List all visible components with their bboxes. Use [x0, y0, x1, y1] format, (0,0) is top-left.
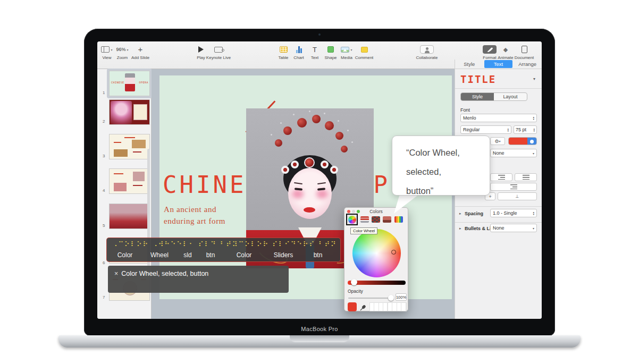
subtitle-line-2: enduring art form: [164, 216, 225, 227]
comment-label: Comment: [354, 55, 375, 60]
thumb-title-left: CHINESE: [111, 81, 124, 84]
chevron-down-icon: ▾: [127, 48, 129, 52]
close-icon[interactable]: ×: [114, 270, 118, 277]
view-icon: [101, 46, 110, 53]
tab-text[interactable]: Text: [484, 60, 513, 68]
tab-arrange[interactable]: Arrange: [513, 60, 542, 69]
paragraph-style-name[interactable]: TITLE: [460, 73, 496, 85]
slide-thumbnail-4[interactable]: [109, 168, 150, 194]
braille-word-label: Sliders: [274, 251, 293, 259]
bullets-select[interactable]: None ▾: [490, 224, 537, 232]
gear-icon: ⚙: [494, 139, 499, 144]
headdress-gem: [304, 157, 315, 168]
disclosure-triangle-icon[interactable]: ▸: [459, 211, 461, 216]
thumb-title-right: OPERA: [139, 81, 148, 84]
format-tabs-bar: Style Text Arrange: [455, 60, 542, 69]
text-color-well[interactable]: [508, 137, 537, 145]
collaborate-button[interactable]: Collaborate: [413, 44, 441, 60]
spacing-label: Spacing: [465, 211, 483, 216]
view-label: View: [99, 55, 114, 60]
slide-number: 6: [103, 260, 105, 265]
opacity-slider[interactable]: [348, 298, 394, 299]
font-size-stepper[interactable]: 75 pt ▴▾: [514, 125, 537, 134]
opacity-slider-knob[interactable]: [388, 295, 394, 301]
voiceover-caption-panel: ×Color Wheel, selected, button: [108, 266, 289, 293]
keynote-live-icon: [214, 47, 223, 53]
macbook-pro-label: MacBook Pro: [84, 326, 555, 332]
document-button[interactable]: Document: [513, 44, 535, 60]
slide-subtitle[interactable]: An ancient and enduring art form: [164, 204, 225, 227]
chevron-down-icon: ▾: [111, 48, 112, 52]
braille-cells-group-1: ⠠⠉⠕⠇⠕⠗ ⠠⠺⠓⠑⠑⠇⠂ ⠎⠇⠙ ⠃⠞⠝: [112, 240, 238, 248]
format-button[interactable]: Format: [481, 44, 498, 60]
view-button[interactable]: ▾ View: [99, 44, 114, 60]
chart-button[interactable]: Chart: [291, 44, 306, 60]
pencils-mode-icon[interactable]: [394, 216, 403, 223]
eyedropper-icon[interactable]: [360, 303, 366, 313]
font-name: Menlo: [463, 115, 476, 121]
spacing-value: 1.0 - Single: [493, 210, 517, 216]
slide-thumbnail-3[interactable]: [109, 134, 150, 159]
slide-thumbnail-5[interactable]: [109, 204, 150, 229]
font-family-select[interactable]: Menlo ▴▾: [460, 114, 537, 122]
stepper-icon: ▴▾: [507, 128, 509, 132]
chevron-down-icon[interactable]: ▾: [533, 77, 535, 81]
align-right-button[interactable]: [490, 173, 512, 181]
image-palettes-mode-icon[interactable]: [383, 216, 391, 223]
text-button[interactable]: T Text: [307, 44, 322, 60]
braille-word-label: Wheel: [150, 251, 169, 259]
media-label: Media: [338, 55, 355, 60]
disclosure-triangle-icon[interactable]: ▸: [459, 226, 461, 231]
add-slide-label: Add Slide: [129, 55, 152, 60]
zoom-control[interactable]: 96%▾ Zoom: [114, 44, 130, 60]
color-selection-marker[interactable]: [391, 250, 396, 255]
spacing-select[interactable]: 1.0 - Single ▴▾: [490, 209, 537, 217]
color-swatch-red: [509, 138, 527, 145]
speech-line-2: selected,: [406, 162, 490, 181]
slide-thumbnail-1[interactable]: CHINESE OPERA: [109, 71, 150, 96]
character-style-select[interactable]: None ▾: [490, 149, 537, 157]
laptop-bezel: ▾ View 96%▾ Zoom + Add Slide Play Ke: [84, 29, 555, 336]
media-icon: [341, 47, 349, 53]
chart-icon: [296, 46, 302, 53]
advanced-options-button[interactable]: ⚙▾: [490, 137, 505, 145]
slide-thumbnail-2[interactable]: [109, 99, 150, 125]
table-button[interactable]: Table: [276, 44, 291, 60]
character-style-value: None: [493, 150, 505, 156]
thumb-performer-figure: [125, 73, 135, 91]
saved-swatches-grid[interactable]: [369, 302, 407, 311]
shape-button[interactable]: Shape: [323, 44, 338, 60]
add-slide-button[interactable]: + Add Slide: [129, 44, 152, 60]
font-style-select[interactable]: Regular ▴▾: [460, 125, 511, 134]
align-right-icon: [498, 175, 505, 180]
shape-label: Shape: [323, 55, 338, 60]
document-icon: [522, 46, 527, 53]
plus-icon: +: [138, 46, 143, 53]
voiceover-caption-text: Color Wheel, selected, button: [121, 270, 208, 277]
zoom-value: 96%: [116, 47, 125, 52]
segment-layout[interactable]: Layout: [494, 93, 527, 100]
tab-style[interactable]: Style: [455, 60, 484, 69]
color-wheel-mode-icon[interactable]: [348, 216, 356, 224]
braille-word-label: btn: [314, 251, 323, 259]
justify-button[interactable]: [515, 173, 537, 181]
color-sliders-mode-icon[interactable]: [360, 216, 369, 223]
chevron-down-icon: ▾: [533, 151, 534, 155]
animate-button[interactable]: ◆ Animate: [497, 44, 514, 60]
colors-mode-toolbar: [344, 214, 409, 226]
comment-button[interactable]: Comment: [354, 44, 375, 60]
slide-number: 3: [103, 154, 105, 158]
align-bottom-button[interactable]: ⊥: [498, 192, 537, 200]
subtitle-line-1: An ancient and: [164, 204, 225, 216]
laptop-base: [58, 335, 581, 348]
braille-word-label: sld: [183, 251, 191, 259]
segment-style[interactable]: Style: [461, 93, 494, 100]
indent-button[interactable]: [490, 183, 537, 191]
current-color-swatch[interactable]: [348, 302, 357, 311]
collaborate-icon: [420, 45, 434, 54]
media-button[interactable]: ▾ Media: [338, 44, 355, 60]
color-palettes-mode-icon[interactable]: [372, 216, 380, 223]
keynote-live-button[interactable]: Keynote Live: [205, 44, 232, 60]
macbook-mockup: ▾ View 96%▾ Zoom + Add Slide Play Ke: [0, 0, 639, 364]
brightness-slider-knob[interactable]: [351, 279, 357, 285]
